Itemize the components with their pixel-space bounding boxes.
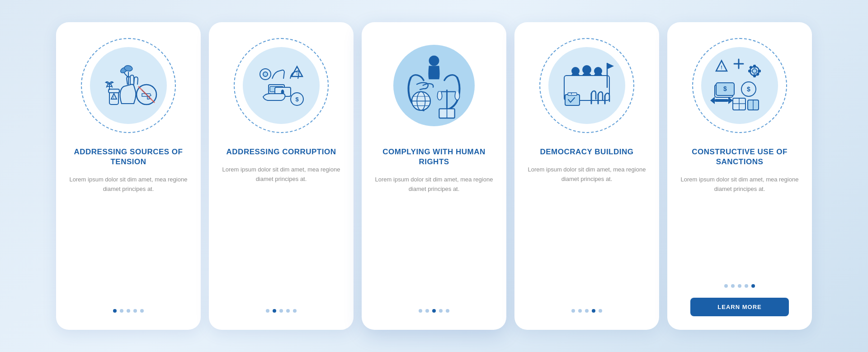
card-2-body: Lorem ipsum dolor sit dim amet, mea regi… bbox=[220, 165, 343, 299]
svg-point-19 bbox=[429, 56, 439, 66]
dot-1-4[interactable] bbox=[133, 309, 137, 313]
card-3: COMPLYING WITH HUMAN RIGHTS Lorem ipsum … bbox=[362, 22, 506, 330]
svg-rect-40 bbox=[753, 74, 756, 77]
svg-point-38 bbox=[752, 69, 757, 73]
svg-rect-59 bbox=[715, 99, 728, 102]
svg-marker-60 bbox=[710, 97, 715, 104]
card-3-title: COMPLYING WITH HUMAN RIGHTS bbox=[373, 147, 495, 167]
svg-rect-42 bbox=[758, 70, 761, 72]
card-2-dots bbox=[266, 309, 297, 313]
dot-2-4[interactable] bbox=[286, 309, 290, 313]
card-1-dots bbox=[113, 309, 144, 313]
dot-1-1[interactable] bbox=[113, 309, 117, 313]
dot-4-4[interactable] bbox=[592, 309, 595, 313]
dot-1-5[interactable] bbox=[140, 309, 144, 313]
dot-4-1[interactable] bbox=[571, 309, 575, 313]
dot-5-3[interactable] bbox=[738, 284, 741, 288]
dot-2-1[interactable] bbox=[266, 309, 269, 313]
card-4-title: DEMOCRACY BUILDING bbox=[540, 147, 633, 157]
svg-marker-61 bbox=[728, 97, 733, 104]
card-1-body: Lorem ipsum dolor sit dim amet, mea regi… bbox=[67, 175, 190, 299]
learn-more-button[interactable]: LEARN MORE bbox=[690, 298, 789, 316]
card-3-dots bbox=[419, 309, 449, 313]
svg-rect-3 bbox=[108, 89, 119, 93]
dot-3-1[interactable] bbox=[419, 309, 422, 313]
card-3-icon-area bbox=[384, 36, 484, 135]
dot-2-3[interactable] bbox=[279, 309, 283, 313]
dot-4-2[interactable] bbox=[578, 309, 582, 313]
dot-1-3[interactable] bbox=[127, 309, 130, 313]
card-5-body: Lorem ipsum dolor sit dim amet, mea regi… bbox=[678, 175, 801, 274]
svg-text:$: $ bbox=[747, 86, 750, 93]
card-1-title: ADDRESSING SOURCES OF TENSION bbox=[67, 147, 190, 167]
dot-3-4[interactable] bbox=[439, 309, 443, 313]
dot-3-3[interactable] bbox=[432, 309, 436, 313]
dot-4-5[interactable] bbox=[599, 309, 602, 313]
card-2: $ $ ! $ bbox=[209, 22, 354, 330]
dot-2-2[interactable] bbox=[273, 309, 276, 313]
card-2-title: ADDRESSING CORRUPTION bbox=[226, 147, 336, 157]
dot-5-4[interactable] bbox=[745, 284, 748, 288]
cards-container: ! ADDRESSING SOURCES OF TENSION Lorem ip… bbox=[29, 9, 839, 343]
card-4-icon-area bbox=[537, 36, 637, 135]
card-3-body: Lorem ipsum dolor sit dim amet, mea regi… bbox=[373, 175, 495, 299]
dot-5-2[interactable] bbox=[731, 284, 735, 288]
card-1-icon-area: ! bbox=[79, 36, 178, 135]
svg-rect-35 bbox=[568, 93, 577, 95]
dot-5-1[interactable] bbox=[724, 284, 728, 288]
dot-3-2[interactable] bbox=[425, 309, 429, 313]
svg-rect-39 bbox=[753, 65, 756, 68]
democracy-building-icon bbox=[555, 54, 618, 117]
card-5: ! $ $ bbox=[667, 22, 812, 330]
dot-1-2[interactable] bbox=[120, 309, 123, 313]
card-2-icon-area: $ $ ! $ bbox=[231, 36, 331, 135]
dot-3-5[interactable] bbox=[446, 309, 449, 313]
constructive-sanctions-icon: ! $ $ bbox=[708, 54, 771, 117]
card-5-title: CONSTRUCTIVE USE OF SANCTIONS bbox=[678, 147, 801, 167]
sources-of-tension-icon: ! bbox=[97, 54, 160, 117]
card-5-dots bbox=[724, 284, 755, 288]
dot-5-5[interactable] bbox=[751, 284, 755, 288]
human-rights-icon bbox=[398, 49, 470, 122]
svg-text:$: $ bbox=[295, 96, 299, 103]
dot-2-5[interactable] bbox=[293, 309, 297, 313]
dot-4-3[interactable] bbox=[585, 309, 589, 313]
svg-point-18 bbox=[263, 72, 268, 76]
card-5-icon-area: ! $ $ bbox=[690, 36, 789, 135]
svg-text:!: ! bbox=[721, 65, 722, 70]
addressing-corruption-icon: $ $ ! $ bbox=[250, 54, 313, 117]
card-1: ! ADDRESSING SOURCES OF TENSION Lorem ip… bbox=[56, 22, 201, 330]
svg-text:$: $ bbox=[723, 85, 727, 92]
card-4-body: Lorem ipsum dolor sit dim amet, mea regi… bbox=[525, 165, 648, 299]
svg-text:!: ! bbox=[113, 96, 114, 99]
card-4: DEMOCRACY BUILDING Lorem ipsum dolor sit… bbox=[514, 22, 659, 330]
card-4-dots bbox=[571, 309, 602, 313]
svg-line-7 bbox=[138, 86, 155, 103]
svg-rect-41 bbox=[748, 70, 751, 72]
